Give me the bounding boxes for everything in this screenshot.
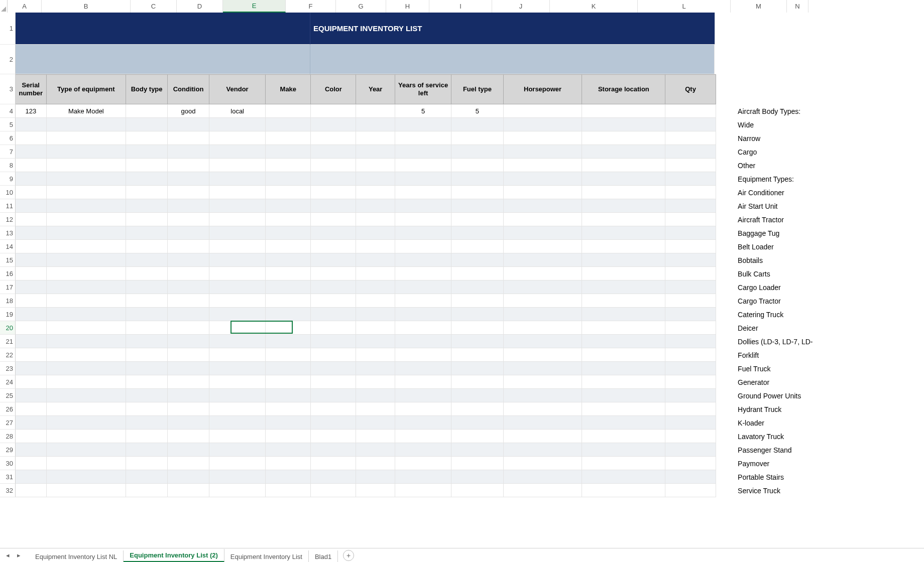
cell-B20[interactable] [47, 321, 127, 335]
cell-L13[interactable] [582, 226, 665, 240]
cell-M22[interactable] [665, 348, 716, 362]
cell-I9[interactable] [395, 172, 451, 186]
cell-A22[interactable] [16, 348, 47, 362]
cell-L15[interactable] [582, 253, 665, 267]
cell-G17[interactable] [311, 280, 356, 294]
cell-E12[interactable] [209, 213, 266, 226]
cell-B21[interactable] [47, 335, 127, 348]
cell-K8[interactable] [504, 159, 583, 172]
cell-M19[interactable] [665, 308, 716, 321]
cell-N21[interactable] [716, 335, 736, 348]
cell-L17[interactable] [582, 280, 665, 294]
cell-H27[interactable] [356, 416, 395, 430]
cell-E26[interactable] [209, 402, 266, 416]
column-header-D[interactable]: D [177, 0, 223, 13]
row-header-21[interactable]: 21 [0, 335, 16, 348]
cell-L5[interactable] [582, 118, 665, 131]
cell-I6[interactable] [395, 131, 451, 145]
cell-M16[interactable] [665, 267, 716, 280]
cell-C10[interactable] [126, 186, 168, 199]
cell-M23[interactable] [665, 362, 716, 375]
side-list-item[interactable]: Wide [736, 118, 924, 131]
row-header-17[interactable]: 17 [0, 280, 16, 294]
cell-J25[interactable] [451, 389, 503, 402]
table-header[interactable]: Years of service left [395, 74, 451, 104]
cell-A17[interactable] [16, 280, 47, 294]
cell-I5[interactable] [395, 118, 451, 131]
cell-B8[interactable] [47, 159, 127, 172]
cell-D6[interactable] [168, 131, 209, 145]
cell-G24[interactable] [311, 375, 356, 389]
side-list-item[interactable]: Catering Truck [736, 308, 924, 321]
cell-I30[interactable] [395, 457, 451, 470]
cell-D27[interactable] [168, 416, 209, 430]
cell-D28[interactable] [168, 430, 209, 443]
cell-K26[interactable] [504, 402, 583, 416]
cell-C19[interactable] [126, 308, 168, 321]
cell-H26[interactable] [356, 402, 395, 416]
cell-A31[interactable] [16, 470, 47, 484]
cell-J28[interactable] [451, 430, 503, 443]
cell-J10[interactable] [451, 186, 503, 199]
cell-L28[interactable] [582, 430, 665, 443]
cell-K18[interactable] [504, 294, 583, 308]
cell-G13[interactable] [311, 226, 356, 240]
cell-G30[interactable] [311, 457, 356, 470]
side-list-item[interactable]: Paymover [736, 457, 924, 470]
cell-K23[interactable] [504, 362, 583, 375]
cell-E32[interactable] [209, 484, 266, 497]
cell-N29[interactable] [716, 443, 736, 457]
cell-B17[interactable] [47, 280, 127, 294]
cell-E10[interactable] [209, 186, 266, 199]
table-header[interactable]: Fuel type [451, 74, 503, 104]
cell-I25[interactable] [395, 389, 451, 402]
cell-I32[interactable] [395, 484, 451, 497]
cell-N6[interactable] [716, 131, 736, 145]
cell-A23[interactable] [16, 362, 47, 375]
cell-K14[interactable] [504, 240, 583, 253]
cell-K20[interactable] [504, 321, 583, 335]
cell-H5[interactable] [356, 118, 395, 131]
cell-H25[interactable] [356, 389, 395, 402]
cell-K16[interactable] [504, 267, 583, 280]
row-header-31[interactable]: 31 [0, 470, 16, 484]
cell-G31[interactable] [311, 470, 356, 484]
cell-J6[interactable] [451, 131, 503, 145]
cell-D20[interactable] [168, 321, 209, 335]
cell-C8[interactable] [126, 159, 168, 172]
cell-D25[interactable] [168, 389, 209, 402]
cell-D7[interactable] [168, 145, 209, 159]
cell-G16[interactable] [311, 267, 356, 280]
cell-N13[interactable] [716, 226, 736, 240]
cell-E28[interactable] [209, 430, 266, 443]
row-header-26[interactable]: 26 [0, 402, 16, 416]
cell-J21[interactable] [451, 335, 503, 348]
row-header-25[interactable]: 25 [0, 389, 16, 402]
cell-F4[interactable] [266, 104, 311, 118]
cell-F9[interactable] [266, 172, 311, 186]
cell-E30[interactable] [209, 457, 266, 470]
column-header-G[interactable]: G [336, 0, 386, 13]
cell-N32[interactable] [716, 484, 736, 497]
cell-K28[interactable] [504, 430, 583, 443]
cell-J32[interactable] [451, 484, 503, 497]
cell-M32[interactable] [665, 484, 716, 497]
cell-L21[interactable] [582, 335, 665, 348]
cell-K10[interactable] [504, 186, 583, 199]
cell-F31[interactable] [266, 470, 311, 484]
cell-H21[interactable] [356, 335, 395, 348]
cell-N2[interactable] [715, 45, 734, 74]
cell-K11[interactable] [504, 199, 583, 213]
cell-I21[interactable] [395, 335, 451, 348]
cell-F5[interactable] [266, 118, 311, 131]
cell-M31[interactable] [665, 470, 716, 484]
cell-L14[interactable] [582, 240, 665, 253]
cell-C11[interactable] [126, 199, 168, 213]
row-header-2[interactable]: 2 [0, 45, 16, 74]
cell-A32[interactable] [16, 484, 47, 497]
cell-C14[interactable] [126, 240, 168, 253]
cell-N25[interactable] [716, 389, 736, 402]
cell-L4[interactable] [582, 104, 665, 118]
cell-N26[interactable] [716, 402, 736, 416]
cell-C6[interactable] [126, 131, 168, 145]
